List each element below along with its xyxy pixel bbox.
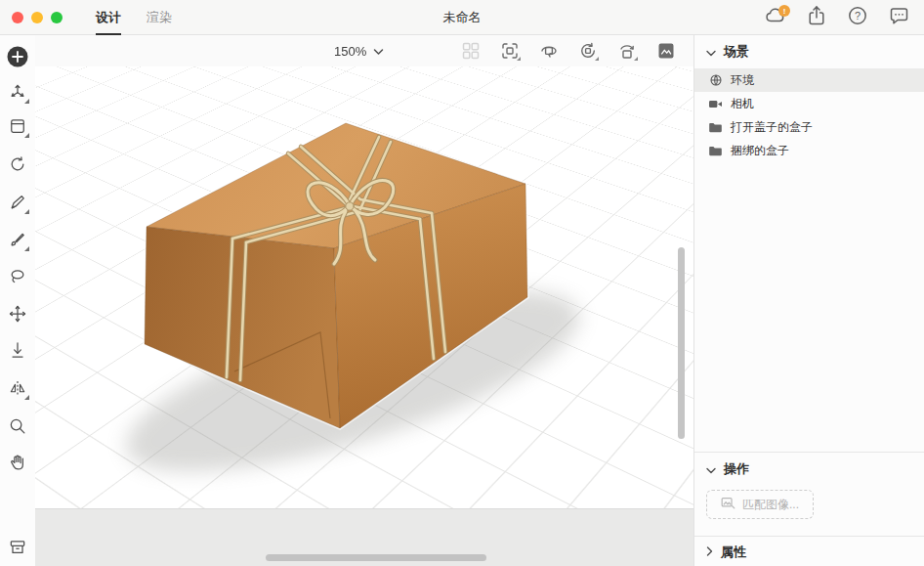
folder-icon bbox=[708, 144, 723, 158]
viewport-3d[interactable] bbox=[35, 66, 693, 508]
left-toolbar bbox=[0, 35, 35, 566]
move-gizmo-tool[interactable] bbox=[2, 76, 33, 108]
frame-selection-icon[interactable] bbox=[498, 39, 522, 63]
scene-item-label: 相机 bbox=[731, 96, 754, 112]
actions-section-header[interactable]: 操作 bbox=[694, 453, 924, 486]
workspace: 150% bbox=[35, 35, 693, 566]
match-image-icon bbox=[721, 497, 735, 512]
tab-render[interactable]: 渲染 bbox=[147, 0, 172, 35]
feedback-button[interactable] bbox=[887, 6, 910, 29]
tab-design-label: 设计 bbox=[96, 9, 121, 26]
actions-section: 操作 匹配图像... bbox=[694, 452, 924, 536]
orbit-icon[interactable] bbox=[537, 39, 561, 63]
axis-rotate-icon[interactable] bbox=[615, 39, 639, 63]
quad-view-icon bbox=[459, 39, 483, 63]
pen-tool[interactable] bbox=[2, 187, 33, 218]
pan-tool[interactable] bbox=[2, 447, 33, 478]
zoom-window-button[interactable] bbox=[51, 12, 63, 23]
feedback-icon bbox=[889, 7, 909, 29]
canvas-toolbar: 150% bbox=[35, 35, 693, 66]
scene-item-label: 环境 bbox=[731, 72, 754, 89]
properties-section-header[interactable]: 属性 bbox=[694, 537, 924, 566]
scene-item-open-lid-box[interactable]: 打开盖子的盒子 bbox=[694, 115, 924, 139]
folder-icon bbox=[708, 120, 723, 135]
mirror-tool[interactable] bbox=[2, 372, 33, 404]
drop-tool[interactable] bbox=[2, 334, 33, 366]
mode-tabs: 设计 渲染 bbox=[96, 0, 172, 35]
traffic-lights bbox=[12, 12, 63, 23]
scene-item-camera[interactable]: 相机 bbox=[694, 92, 924, 115]
match-image-button[interactable]: 匹配图像... bbox=[706, 490, 814, 519]
cloud-warning-badge: ! bbox=[778, 5, 790, 17]
cloud-sync-button[interactable]: ! bbox=[764, 6, 787, 29]
scene-item-label: 捆绑的盒子 bbox=[731, 143, 789, 159]
vertical-scrollbar[interactable] bbox=[678, 247, 685, 439]
close-window-button[interactable] bbox=[12, 12, 23, 23]
paint-tool[interactable] bbox=[2, 224, 33, 255]
tab-render-label: 渲染 bbox=[147, 9, 172, 26]
svg-text:?: ? bbox=[855, 10, 861, 22]
titlebar: 设计 渲染 未命名 ! ? bbox=[0, 0, 924, 35]
right-panel: 场景 环境 相机 bbox=[693, 35, 924, 566]
translate-tool[interactable] bbox=[2, 298, 33, 329]
share-icon bbox=[807, 5, 826, 30]
chevron-right-icon bbox=[706, 544, 713, 559]
scene-item-wrapped-box[interactable]: 捆绑的盒子 bbox=[694, 139, 924, 162]
tab-design[interactable]: 设计 bbox=[96, 0, 121, 35]
scene-section-header[interactable]: 场景 bbox=[694, 35, 924, 68]
help-button[interactable]: ? bbox=[846, 6, 869, 29]
spin-icon[interactable] bbox=[576, 39, 600, 63]
zoom-control[interactable]: 150% bbox=[334, 35, 384, 66]
help-icon: ? bbox=[848, 6, 867, 29]
scene-section-title: 场景 bbox=[724, 43, 749, 61]
document-title: 未命名 bbox=[443, 0, 482, 35]
zoom-level-label: 150% bbox=[334, 44, 366, 59]
scene-item-label: 打开盖子的盒子 bbox=[731, 119, 813, 136]
environment-globe-icon bbox=[708, 73, 723, 88]
horizontal-scrollbar[interactable] bbox=[266, 554, 486, 561]
add-object-button[interactable] bbox=[2, 41, 33, 72]
chevron-down-icon bbox=[373, 44, 384, 59]
chevron-down-icon bbox=[706, 462, 716, 477]
app-window: 设计 渲染 未命名 ! ? bbox=[0, 0, 924, 566]
scene-item-environment[interactable]: 环境 bbox=[694, 68, 924, 92]
zoom-tool[interactable] bbox=[2, 411, 33, 442]
frame-tool[interactable] bbox=[2, 110, 33, 142]
canvas-bottom-strip bbox=[35, 508, 693, 566]
match-image-label: 匹配图像... bbox=[742, 497, 799, 513]
camera-icon bbox=[708, 97, 723, 111]
wrapped-box-object[interactable] bbox=[35, 66, 693, 508]
render-preview-icon[interactable] bbox=[654, 39, 678, 63]
library-toggle[interactable] bbox=[2, 532, 33, 563]
share-button[interactable] bbox=[805, 6, 828, 29]
lasso-tool[interactable] bbox=[2, 261, 33, 292]
rotate-tool[interactable] bbox=[2, 149, 33, 180]
chevron-down-icon bbox=[706, 45, 716, 60]
properties-section-title: 属性 bbox=[721, 544, 746, 561]
properties-section: 属性 bbox=[694, 536, 924, 566]
scene-section: 场景 环境 相机 bbox=[694, 35, 924, 452]
minimize-window-button[interactable] bbox=[31, 12, 43, 23]
actions-section-title: 操作 bbox=[724, 460, 749, 478]
